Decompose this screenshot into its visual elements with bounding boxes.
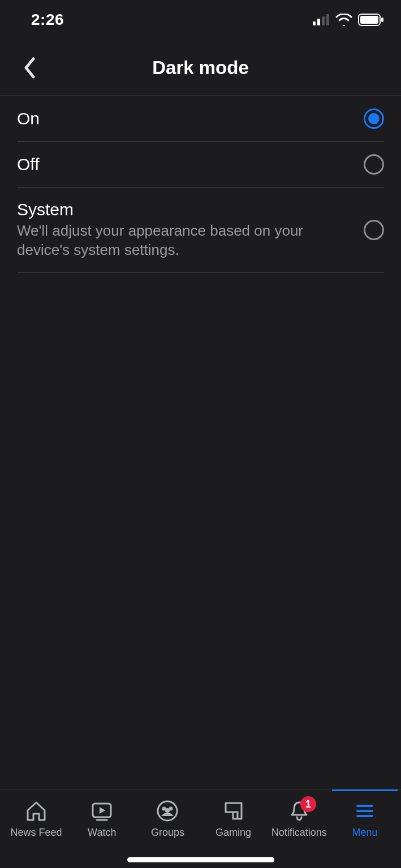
svg-rect-3: [326, 14, 329, 25]
radio-off[interactable]: [364, 154, 384, 175]
status-icons: [313, 14, 384, 26]
tab-label: Groups: [151, 827, 184, 839]
option-description: We'll adjust your appearance based on yo…: [17, 222, 352, 260]
cellular-icon: [313, 14, 330, 25]
radio-on[interactable]: [364, 108, 384, 129]
status-bar: 2:26: [0, 0, 401, 40]
tab-notifications[interactable]: 1 Notifications: [266, 795, 332, 839]
option-label: System: [17, 200, 352, 219]
chevron-left-icon: [23, 57, 36, 79]
option-off[interactable]: Off: [17, 142, 384, 188]
status-time: 2:26: [31, 11, 64, 29]
gaming-icon: [221, 798, 246, 823]
options-list: On Off System We'll adjust your appearan…: [0, 96, 401, 273]
page-title: Dark mode: [0, 57, 401, 79]
tv-icon: [89, 798, 114, 823]
svg-rect-1: [317, 19, 320, 25]
notification-badge: 1: [300, 796, 316, 812]
option-label: Off: [17, 155, 352, 174]
back-button[interactable]: [12, 51, 46, 85]
tab-gaming[interactable]: Gaming: [201, 795, 266, 839]
tab-groups[interactable]: Groups: [135, 795, 200, 839]
tab-label: Watch: [88, 827, 116, 839]
nav-header: Dark mode: [0, 40, 401, 96]
groups-icon: [155, 798, 180, 823]
svg-rect-0: [313, 21, 316, 25]
tab-news-feed[interactable]: News Feed: [3, 795, 69, 839]
option-system[interactable]: System We'll adjust your appearance base…: [17, 188, 384, 273]
tab-label: News Feed: [11, 827, 62, 839]
svg-rect-5: [360, 16, 378, 24]
home-indicator[interactable]: [127, 857, 274, 862]
tab-label: Notifications: [271, 827, 327, 839]
tab-label: Gaming: [215, 827, 251, 839]
tab-label: Menu: [352, 827, 377, 839]
tab-bar: News Feed Watch: [0, 789, 401, 868]
tab-watch[interactable]: Watch: [69, 795, 135, 839]
option-on[interactable]: On: [17, 96, 384, 142]
hamburger-icon: [352, 798, 377, 823]
home-icon: [24, 798, 49, 823]
svg-rect-2: [322, 16, 325, 25]
battery-icon: [358, 14, 384, 26]
svg-point-12: [165, 808, 170, 813]
svg-rect-6: [381, 18, 383, 22]
wifi-icon: [335, 14, 352, 26]
option-label: On: [17, 109, 352, 128]
radio-system[interactable]: [364, 220, 384, 240]
tab-menu[interactable]: Menu: [332, 789, 398, 839]
